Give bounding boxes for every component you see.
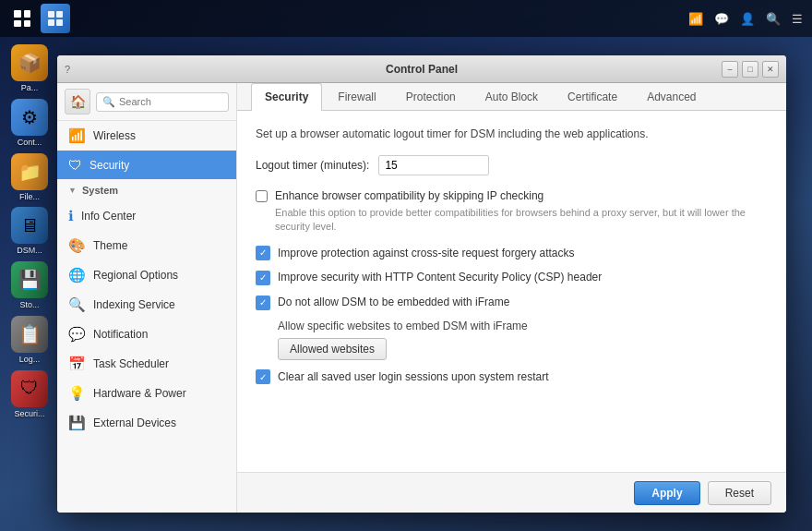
iframe-row: ✓ Do not allow DSM to be embedded with i… <box>256 295 768 310</box>
security-icon: 🛡 <box>68 157 82 173</box>
sidebar-search-box[interactable]: 🔍 <box>96 92 229 112</box>
iframe-label: Do not allow DSM to be embedded with iFr… <box>278 295 509 310</box>
sidebar-item-notification[interactable]: 💬 Notification <box>57 320 236 349</box>
sidebar-item-wireless[interactable]: 📶 Wireless <box>57 121 236 151</box>
desktop-app-file-label: File... <box>19 192 40 202</box>
desktop-app-storage[interactable]: 💾 Sto... <box>7 261 52 310</box>
taskbar-right: 📶 💬 👤 🔍 ☰ <box>688 12 803 26</box>
window-body: 🏠 🔍 📶 Wireless 🛡 Security ▼ Syst <box>57 83 786 513</box>
logout-timer-label: Logout timer (minutes): <box>256 159 369 172</box>
sidebar-item-regional[interactable]: 🌐 Regional Options <box>57 260 236 290</box>
desktop: 📶 💬 👤 🔍 ☰ 📦 Pa... ⚙ Cont... 📁 File... <box>0 0 812 531</box>
sidebar-search-input[interactable] <box>119 96 222 107</box>
user-icon[interactable]: 👤 <box>740 12 755 26</box>
desktop-sidebar: 📦 Pa... ⚙ Cont... 📁 File... 🖥 DSM... 💾 <box>7 44 52 419</box>
apps-grid-icon[interactable] <box>9 6 35 31</box>
enhance-compat-checkbox[interactable] <box>256 190 268 202</box>
chat-icon[interactable]: 💬 <box>714 12 729 26</box>
enhance-compat-label: Enhance browser compatibility by skippin… <box>275 188 768 204</box>
desktop-app-security-label: Securi... <box>14 409 44 419</box>
sidebar-item-info-center[interactable]: ℹ Info Center <box>57 201 236 231</box>
sidebar-home-button[interactable]: 🏠 <box>65 89 90 115</box>
enhance-compat-row: Enhance browser compatibility by skippin… <box>256 188 768 235</box>
sidebar-item-regional-label: Regional Options <box>93 269 178 282</box>
search-icon[interactable]: 🔍 <box>766 12 781 26</box>
desktop-app-storage-label: Sto... <box>19 300 39 310</box>
iframe-allow-label: Allow specific websites to embed DSM wit… <box>278 320 768 332</box>
svg-rect-3 <box>56 19 63 26</box>
desktop-app-package[interactable]: 📦 Pa... <box>7 44 52 93</box>
sidebar-item-indexing-label: Indexing Service <box>93 298 175 311</box>
window-minimize-button[interactable]: – <box>722 61 738 78</box>
tab-auto-block[interactable]: Auto Block <box>472 83 552 110</box>
svg-rect-1 <box>56 11 63 18</box>
logout-timer-row: Logout timer (minutes): <box>256 155 768 175</box>
window-close-button[interactable]: ✕ <box>762 61 779 78</box>
clear-sessions-row: ✓ Clear all saved user login sessions up… <box>256 369 768 385</box>
tabs-bar: Security Firewall Protection Auto Block … <box>237 83 786 111</box>
logout-timer-input[interactable] <box>378 155 489 175</box>
csp-label: Improve security with HTTP Content Secur… <box>278 270 602 285</box>
desktop-app-control[interactable]: ⚙ Cont... <box>7 99 52 148</box>
sidebar-item-task-label: Task Scheduler <box>93 357 169 370</box>
desktop-app-dsm[interactable]: 🖥 DSM... <box>7 207 52 256</box>
csrf-row: ✓ Improve protection against cross-site … <box>256 246 768 261</box>
window-maximize-button[interactable]: □ <box>742 61 758 78</box>
csrf-label: Improve protection against cross-site re… <box>278 246 574 261</box>
wireless-icon: 📶 <box>68 127 86 144</box>
sidebar-item-hardware-label: Hardware & Power <box>93 387 186 400</box>
regional-icon: 🌐 <box>68 267 86 284</box>
tab-firewall[interactable]: Firewall <box>324 83 389 110</box>
sidebar-item-security[interactable]: 🛡 Security <box>57 151 236 179</box>
tab-certificate[interactable]: Certificate <box>554 83 631 110</box>
sidebar-section-system[interactable]: ▼ System <box>57 179 236 201</box>
menu-icon[interactable]: ☰ <box>792 12 803 26</box>
desktop-app-dsm-label: DSM... <box>17 246 42 256</box>
content-area: Set up a browser automatic logout timer … <box>237 111 786 472</box>
window-title: Control Panel <box>386 63 458 76</box>
tab-protection[interactable]: Protection <box>392 83 470 110</box>
content-description: Set up a browser automatic logout timer … <box>256 126 768 142</box>
desktop-app-log[interactable]: 📋 Log... <box>7 316 52 365</box>
window-controls: – □ ✕ <box>722 61 779 78</box>
desktop-app-package-label: Pa... <box>21 83 39 93</box>
sidebar-item-hardware[interactable]: 💡 Hardware & Power <box>57 379 236 408</box>
sidebar-item-security-label: Security <box>90 159 129 172</box>
sidebar-item-notification-label: Notification <box>93 328 148 341</box>
sidebar-item-indexing[interactable]: 🔍 Indexing Service <box>57 290 236 320</box>
sidebar-item-theme[interactable]: 🎨 Theme <box>57 231 236 260</box>
svg-rect-2 <box>48 19 54 26</box>
sidebar-item-info-label: Info Center <box>81 210 136 223</box>
svg-rect-0 <box>48 11 54 18</box>
tab-security[interactable]: Security <box>251 83 322 111</box>
chevron-down-icon: ▼ <box>68 186 77 195</box>
external-devices-icon: 💾 <box>68 415 86 431</box>
enhance-compat-content: Enhance browser compatibility by skippin… <box>275 188 768 235</box>
sidebar-item-wireless-label: Wireless <box>93 129 136 142</box>
control-panel-window: ? Control Panel – □ ✕ 🏠 🔍 📶 <box>57 55 786 513</box>
sidebar-item-task-scheduler[interactable]: 📅 Task Scheduler <box>57 349 236 379</box>
task-scheduler-icon: 📅 <box>68 356 86 372</box>
desktop-app-control-label: Cont... <box>18 138 42 148</box>
desktop-app-log-label: Log... <box>19 355 41 365</box>
csrf-check-icon: ✓ <box>256 246 270 260</box>
tab-advanced[interactable]: Advanced <box>633 83 710 110</box>
csp-check-icon: ✓ <box>256 271 270 285</box>
desktop-app-security[interactable]: 🛡 Securi... <box>7 370 52 419</box>
notification-icon: 💬 <box>68 326 86 343</box>
reset-button[interactable]: Reset <box>708 481 771 505</box>
hardware-icon: 💡 <box>68 385 86 402</box>
apply-button[interactable]: Apply <box>634 481 699 505</box>
window-help-button[interactable]: ? <box>65 64 70 75</box>
allowed-websites-button[interactable]: Allowed websites <box>278 338 387 360</box>
desktop-app-file[interactable]: 📁 File... <box>7 153 52 202</box>
sidebar-item-external-devices[interactable]: 💾 External Devices <box>57 408 236 438</box>
taskbar-left <box>9 4 70 33</box>
clear-sessions-check-icon: ✓ <box>256 369 270 384</box>
sidebar-item-external-label: External Devices <box>93 416 176 429</box>
sidebar-section-system-label: System <box>82 185 118 196</box>
taskbar-app-icon[interactable] <box>41 4 70 33</box>
sidebar-search-icon: 🔍 <box>102 96 115 108</box>
iframe-indent-section: Allow specific websites to embed DSM wit… <box>278 320 768 360</box>
wifi-icon[interactable]: 📶 <box>688 12 703 26</box>
